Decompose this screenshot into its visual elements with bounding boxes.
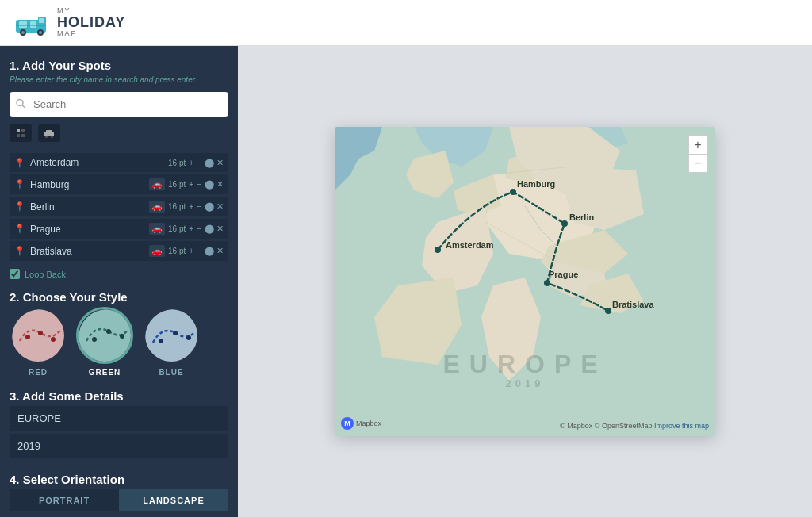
spot-minus-button[interactable]: − bbox=[197, 247, 201, 255]
style-circle-red bbox=[10, 307, 67, 364]
orient-landscape-button[interactable]: LANDSCAPE bbox=[119, 489, 228, 511]
section1-title: 1. Add Your Spots bbox=[10, 59, 228, 72]
style-label-red: RED bbox=[29, 368, 48, 377]
svg-point-10 bbox=[17, 99, 23, 105]
style-circle-green bbox=[76, 307, 133, 364]
spot-actions: ⬤ ✕ bbox=[205, 246, 224, 256]
svg-point-35 bbox=[561, 220, 568, 227]
spot-item: 📍 Berlin 🚗 16 pt + − ⬤ ✕ bbox=[10, 197, 228, 216]
spot-car-icon: 🚗 bbox=[149, 223, 165, 235]
spot-delete-button[interactable]: ✕ bbox=[216, 246, 224, 256]
attribution-text: © Mapbox © OpenStreetMap bbox=[560, 422, 652, 430]
spot-car-icon: 🚗 bbox=[149, 201, 165, 213]
map-container: Amsterdam Hamburg Berlin Prague Bratisla… bbox=[335, 127, 715, 436]
spot-minus-button[interactable]: − bbox=[197, 202, 201, 211]
svg-point-37 bbox=[605, 308, 611, 314]
spot-delete-button[interactable]: ✕ bbox=[216, 158, 224, 168]
search-input[interactable] bbox=[10, 92, 228, 117]
spot-plus-button[interactable]: + bbox=[189, 224, 193, 233]
spot-actions: ⬤ ✕ bbox=[205, 201, 224, 212]
svg-point-22 bbox=[38, 331, 43, 335]
spot-actions: ⬤ ✕ bbox=[205, 158, 224, 168]
spot-controls: 🚗 16 pt + − bbox=[149, 201, 201, 213]
spot-color-button[interactable]: ⬤ bbox=[205, 179, 214, 190]
spot-pin-icon: 📍 bbox=[14, 224, 25, 234]
spot-color-button[interactable]: ⬤ bbox=[205, 158, 214, 168]
svg-point-33 bbox=[435, 247, 441, 253]
svg-point-36 bbox=[544, 280, 550, 286]
detail-title-input[interactable] bbox=[10, 406, 228, 431]
svg-point-20 bbox=[12, 309, 67, 364]
svg-point-27 bbox=[120, 334, 124, 339]
spot-delete-button[interactable]: ✕ bbox=[216, 224, 224, 234]
spot-name: Hamburg bbox=[30, 179, 149, 190]
svg-rect-9 bbox=[16, 25, 46, 26]
style-circle-blue bbox=[143, 307, 200, 364]
svg-rect-13 bbox=[21, 129, 25, 132]
spot-pin-icon: 📍 bbox=[14, 179, 25, 190]
spot-name: Berlin bbox=[30, 201, 149, 213]
svg-point-19 bbox=[51, 136, 53, 138]
spot-plus-button[interactable]: + bbox=[189, 159, 193, 167]
spot-name: Prague bbox=[30, 224, 149, 235]
loop-back: Loop Back bbox=[10, 269, 228, 279]
svg-point-30 bbox=[173, 331, 178, 335]
spot-minus-button[interactable]: − bbox=[197, 159, 201, 167]
spot-car-icon: 🚗 bbox=[149, 178, 165, 190]
spot-pt: 16 pt bbox=[168, 202, 186, 211]
style-option-red[interactable]: RED bbox=[10, 307, 67, 377]
mode-walk-button[interactable] bbox=[10, 124, 32, 142]
spot-color-button[interactable]: ⬤ bbox=[205, 201, 214, 212]
improve-map-link[interactable]: Improve this map bbox=[654, 422, 709, 430]
spot-plus-button[interactable]: + bbox=[189, 202, 193, 211]
logo-icon bbox=[13, 9, 51, 37]
mapbox-logo-text: Mapbox bbox=[356, 419, 381, 427]
map-area: Amsterdam Hamburg Berlin Prague Bratisla… bbox=[238, 46, 812, 517]
details-inputs bbox=[10, 406, 228, 461]
svg-line-11 bbox=[22, 105, 25, 107]
zoom-in-button[interactable]: + bbox=[688, 135, 707, 154]
spot-plus-button[interactable]: + bbox=[189, 180, 193, 189]
zoom-out-button[interactable]: − bbox=[688, 154, 707, 173]
spot-minus-button[interactable]: − bbox=[197, 180, 201, 189]
svg-rect-17 bbox=[46, 130, 52, 133]
svg-point-28 bbox=[145, 309, 200, 364]
spot-name: Bratislava bbox=[30, 246, 149, 257]
spot-pt: 16 pt bbox=[168, 224, 186, 233]
svg-rect-12 bbox=[17, 129, 20, 132]
loop-back-checkbox[interactable] bbox=[10, 269, 20, 279]
spot-delete-button[interactable]: ✕ bbox=[216, 201, 224, 212]
mode-icons bbox=[10, 124, 228, 142]
style-option-blue[interactable]: BLUE bbox=[143, 307, 200, 377]
search-icon bbox=[16, 98, 25, 110]
svg-point-6 bbox=[21, 31, 25, 34]
orientation-buttons: PORTRAIT LANDSCAPE bbox=[10, 489, 228, 511]
section4-title: 4. Select Orientation bbox=[10, 473, 228, 486]
style-option-green[interactable]: GREEN bbox=[76, 307, 133, 377]
section2-title: 2. Choose Your Style bbox=[10, 290, 228, 304]
spot-color-button[interactable]: ⬤ bbox=[205, 224, 214, 234]
spot-plus-button[interactable]: + bbox=[189, 247, 193, 255]
style-label-blue: BLUE bbox=[159, 368, 183, 377]
svg-point-25 bbox=[92, 337, 97, 342]
style-options: RED GREEN bbox=[10, 307, 228, 377]
spot-minus-button[interactable]: − bbox=[197, 224, 201, 233]
spot-actions: ⬤ ✕ bbox=[205, 224, 224, 234]
svg-point-26 bbox=[106, 329, 111, 334]
spot-actions: ⬤ ✕ bbox=[205, 179, 224, 190]
svg-point-31 bbox=[186, 335, 191, 340]
svg-text:Amsterdam: Amsterdam bbox=[446, 240, 494, 250]
mapbox-logo-icon: M bbox=[341, 417, 354, 430]
mode-car-button[interactable] bbox=[38, 124, 60, 142]
spot-delete-button[interactable]: ✕ bbox=[216, 179, 224, 190]
svg-point-18 bbox=[45, 136, 48, 138]
spot-name: Amsterdam bbox=[30, 157, 168, 168]
search-box bbox=[10, 92, 228, 117]
orient-portrait-button[interactable]: PORTRAIT bbox=[10, 489, 119, 511]
section3-title: 3. Add Some Details bbox=[10, 389, 228, 403]
spot-color-button[interactable]: ⬤ bbox=[205, 246, 214, 256]
main-layout: 1. Add Your Spots Please enter the city … bbox=[0, 46, 812, 517]
detail-year-input[interactable] bbox=[10, 434, 228, 458]
sidebar: 1. Add Your Spots Please enter the city … bbox=[0, 46, 238, 517]
svg-text:2019: 2019 bbox=[506, 377, 545, 389]
